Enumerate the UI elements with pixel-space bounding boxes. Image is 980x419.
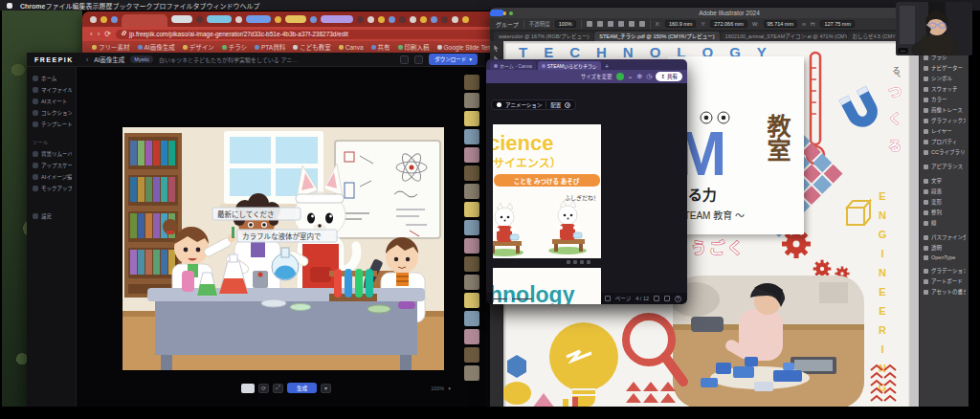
history-thumbnail[interactable]: [464, 347, 479, 363]
panel-tab[interactable]: 段落: [923, 187, 966, 196]
pinned-tab-favicon[interactable]: [310, 16, 317, 23]
opacity-value[interactable]: 100%: [555, 20, 576, 28]
bookmark-item[interactable]: 共有: [371, 42, 390, 52]
history-thumbnail[interactable]: [464, 147, 479, 163]
animate-button[interactable]: アニメーション: [505, 101, 542, 109]
align-top-icon[interactable]: [618, 21, 624, 27]
model-badge[interactable]: Mystic: [130, 55, 153, 63]
bookmark-item[interactable]: こども教室: [293, 42, 331, 52]
menu-bar-item[interactable]: Chrome: [20, 3, 45, 10]
panel-tab[interactable]: ナビゲーター: [923, 63, 966, 73]
align-bottom-icon[interactable]: [639, 21, 645, 27]
menu-bar-item[interactable]: ウィンドウ: [206, 3, 239, 10]
help-icon[interactable]: ?: [675, 296, 681, 302]
tab-group-pill[interactable]: [207, 15, 232, 23]
bookmark-item[interactable]: Canva: [339, 44, 364, 51]
history-thumbnail[interactable]: [464, 184, 479, 199]
history-thumbnail[interactable]: [464, 220, 479, 235]
fullscreen-icon[interactable]: [664, 296, 670, 301]
pinned-tab-favicon[interactable]: [378, 16, 385, 23]
pinned-tab-favicon[interactable]: [90, 16, 97, 23]
browser-tab-active[interactable]: STEAMいろどりチラシ: [538, 61, 601, 70]
menu-bar-item[interactable]: ヘルプ: [239, 3, 259, 10]
prompt-text[interactable]: 白いキツネと子どもたちが科学実験をしている アニメ風: [159, 55, 302, 64]
pinned-tab-favicon[interactable]: [452, 16, 458, 23]
sidebar-tool-item[interactable]: モックアップ: [31, 183, 72, 194]
design-page-science[interactable]: cience サイエンス） ことを みつける あそび ふしぎだね！: [493, 124, 601, 258]
pinned-tab-favicon[interactable]: [368, 16, 374, 23]
share-button[interactable]: ↥共有: [656, 72, 682, 81]
generate-button[interactable]: 生成: [287, 383, 317, 393]
grid-view-icon[interactable]: [654, 296, 659, 301]
menu-bar-item[interactable]: 履歴: [99, 3, 112, 10]
page-manager-icon[interactable]: [605, 296, 611, 301]
panel-tab[interactable]: 文字: [923, 176, 966, 186]
align-center-icon[interactable]: [597, 21, 603, 27]
panel-tab[interactable]: 整列: [923, 208, 966, 217]
document-tab-active[interactable]: STEAM_チラシ.pdf @ 150% (CMYK/プレビュー): [594, 32, 719, 41]
panel-tab[interactable]: カラー: [923, 95, 966, 104]
panel-tab[interactable]: アピアランス: [923, 162, 966, 171]
chevron-down-icon[interactable]: ⌄: [628, 73, 634, 80]
panel-tab[interactable]: スウォッチ: [923, 84, 966, 94]
history-thumbnail[interactable]: [464, 93, 479, 108]
panel-tab[interactable]: シンボル: [923, 74, 966, 83]
sidebar-tool-item[interactable]: AIイメージ編集: [31, 171, 72, 183]
clock-icon[interactable]: ◷: [646, 73, 652, 80]
sidebar-item[interactable]: マイファイル: [31, 84, 72, 96]
sidebar-item[interactable]: ホーム: [31, 73, 72, 84]
sidebar-item-settings[interactable]: 設定: [31, 210, 72, 222]
history-thumbnail[interactable]: [464, 111, 479, 126]
new-tab-button[interactable]: +: [605, 63, 609, 70]
generated-image[interactable]: 最新にしてくださ カラフルな液体が室内で: [122, 127, 444, 370]
sidebar-tool-item[interactable]: 背景リムーバー: [31, 148, 72, 160]
tab-group-pill[interactable]: [171, 15, 192, 23]
history-thumbnail[interactable]: [464, 165, 479, 181]
panel-tab[interactable]: パスファインダー: [923, 232, 966, 242]
bookmark-item[interactable]: 印刷入稿: [398, 42, 430, 52]
pinned-tab-favicon[interactable]: [431, 16, 437, 23]
align-left-icon[interactable]: [587, 21, 592, 27]
sidebar-tool-item[interactable]: アップスケーラー: [31, 160, 72, 171]
timing-icon[interactable]: [565, 102, 570, 108]
position-button[interactable]: 配置: [550, 101, 561, 109]
panel-tab[interactable]: レイヤー: [923, 126, 966, 136]
image-thumbnail[interactable]: [241, 384, 255, 393]
history-thumbnail[interactable]: [464, 238, 479, 254]
x-value[interactable]: 160.9 mm: [665, 20, 696, 28]
panel-tab[interactable]: アートボード: [923, 276, 966, 286]
document-tab[interactable]: 1602100_animal_STEAMアイコン.ai @ 471% (CMYK…: [721, 32, 847, 41]
panel-tab[interactable]: グラデーション: [923, 266, 966, 276]
pinned-tab-favicon[interactable]: [399, 16, 406, 23]
pinned-tab-favicon[interactable]: [410, 16, 416, 23]
sidebar-item[interactable]: テンプレート: [31, 119, 72, 130]
pinned-tab-favicon[interactable]: [235, 16, 242, 23]
menu-bar-item[interactable]: プロファイル: [152, 3, 192, 10]
menu-bar-item[interactable]: 表示: [85, 3, 99, 10]
sidebar-item[interactable]: AIスイート: [31, 96, 72, 107]
align-right-icon[interactable]: [608, 21, 613, 27]
resize-menu[interactable]: サイズを変更: [581, 73, 612, 80]
history-thumbnail[interactable]: [464, 365, 479, 381]
panel-tab[interactable]: 線: [923, 218, 966, 228]
active-tab[interactable]: [122, 14, 167, 27]
selection-tool-icon[interactable]: [493, 45, 500, 52]
y-value[interactable]: 272.066 mm: [710, 20, 747, 28]
pinned-tab-favicon[interactable]: [196, 16, 203, 23]
align-middle-icon[interactable]: [629, 21, 635, 27]
panel-tab[interactable]: グラフィックスタイル: [923, 116, 966, 125]
forward-icon[interactable]: ›: [98, 31, 100, 38]
history-thumbnail[interactable]: [464, 275, 479, 290]
back-icon[interactable]: ‹: [86, 56, 88, 63]
bookmark-item[interactable]: AI画像生成: [138, 42, 175, 52]
zoom-slider[interactable]: [492, 298, 532, 299]
zoom-indicator[interactable]: 100%▾: [431, 386, 451, 391]
invite-member-icon[interactable]: ⊕: [636, 73, 642, 80]
bookmark-item[interactable]: フリー素材: [92, 42, 130, 52]
panel-tab[interactable]: 画像トレース: [923, 105, 966, 115]
color-swatch[interactable]: [497, 102, 501, 107]
menu-bar-item[interactable]: タブ: [192, 3, 206, 10]
page-action-icons[interactable]: [567, 260, 590, 264]
back-icon[interactable]: ‹: [90, 31, 93, 38]
link-dimensions-icon[interactable]: ∞: [802, 21, 806, 27]
